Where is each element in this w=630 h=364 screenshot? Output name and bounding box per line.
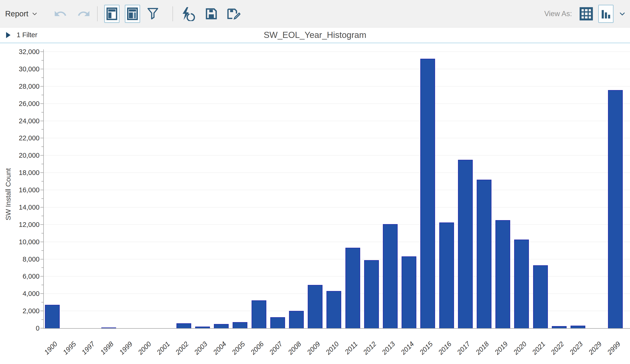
- x-tick-label: 2003: [193, 340, 209, 356]
- histogram-bar[interactable]: [552, 326, 566, 328]
- x-tick-label: 1995: [62, 340, 78, 356]
- x-tick-label: 1997: [80, 340, 96, 356]
- x-tick-label: 2007: [268, 340, 284, 356]
- y-minor-tick: [42, 285, 43, 285]
- x-tick-label: 2021: [531, 340, 547, 356]
- view-as-chevron-down-icon[interactable]: [619, 10, 626, 17]
- refresh-data-icon[interactable]: [180, 6, 195, 21]
- y-minor-tick: [42, 267, 43, 268]
- filter-bar: 1 Filter SW_EOL_Year_Histogram: [0, 28, 630, 43]
- histogram-bar[interactable]: [232, 322, 247, 328]
- y-major-tick: [40, 311, 43, 311]
- y-minor-tick: [42, 198, 43, 199]
- x-tick-label: 2008: [287, 340, 303, 356]
- histogram-bar[interactable]: [533, 265, 548, 328]
- redo-button[interactable]: [77, 7, 90, 20]
- save-button[interactable]: [205, 8, 218, 20]
- y-gridline: [43, 242, 630, 242]
- x-tick-label: 2019: [493, 340, 509, 356]
- y-minor-tick: [42, 129, 43, 130]
- y-gridline: [43, 207, 630, 208]
- y-tick-label: 8,000: [0, 255, 40, 263]
- histogram-bar[interactable]: [458, 160, 473, 328]
- y-minor-tick: [42, 250, 43, 251]
- histogram-bar[interactable]: [326, 291, 341, 328]
- view-as-chart-button[interactable]: [598, 5, 614, 23]
- y-tick-label: 14,000: [0, 203, 40, 211]
- y-major-tick: [40, 69, 43, 69]
- x-tick-label: 2001: [156, 340, 172, 356]
- y-minor-tick: [42, 181, 43, 182]
- x-tick-label: 1998: [99, 340, 115, 356]
- y-tick-label: 32,000: [0, 48, 40, 56]
- histogram-bar[interactable]: [308, 285, 322, 328]
- y-tick-label: 30,000: [0, 65, 40, 73]
- y-major-tick: [40, 51, 43, 52]
- histogram-bar[interactable]: [496, 220, 510, 328]
- y-tick-label: 18,000: [0, 169, 40, 177]
- histogram-bar[interactable]: [439, 222, 454, 328]
- page-title: SW_EOL_Year_Histogram: [0, 30, 630, 40]
- histogram-bar[interactable]: [570, 326, 585, 328]
- histogram-bar[interactable]: [252, 300, 266, 328]
- y-tick-label: 26,000: [0, 100, 40, 107]
- histogram-bar[interactable]: [45, 305, 60, 328]
- view-as-label: View As:: [544, 9, 572, 18]
- histogram-bar[interactable]: [420, 59, 435, 328]
- histogram-chart: SW Install Count SW EOL Year (calc.) 02,…: [0, 44, 630, 364]
- undo-button[interactable]: [54, 7, 67, 20]
- toggle-left-panel-button[interactable]: [104, 5, 120, 23]
- y-major-tick: [40, 276, 43, 277]
- y-tick-label: 24,000: [0, 117, 40, 125]
- x-tick-label: 2013: [380, 340, 397, 356]
- histogram-bar[interactable]: [514, 240, 529, 328]
- histogram-bar[interactable]: [289, 311, 304, 328]
- layout-filled-panel-icon: [127, 7, 138, 20]
- x-tick-label: 2029: [587, 340, 603, 356]
- x-tick-label: 2011: [343, 340, 359, 356]
- y-gridline: [43, 190, 630, 190]
- histogram-bar[interactable]: [364, 260, 379, 328]
- x-tick-label: 2999: [606, 340, 622, 356]
- save-as-button[interactable]: [227, 8, 240, 20]
- y-major-tick: [40, 155, 43, 156]
- histogram-bar[interactable]: [195, 327, 210, 328]
- report-menu-label: Report: [5, 9, 28, 18]
- y-minor-tick: [42, 319, 43, 320]
- x-tick-label: 2014: [399, 340, 416, 356]
- histogram-bar[interactable]: [383, 224, 398, 328]
- histogram-bar[interactable]: [402, 256, 416, 328]
- y-gridline: [43, 121, 630, 121]
- y-minor-tick: [42, 60, 43, 61]
- histogram-bar[interactable]: [270, 317, 285, 328]
- x-tick-label: 2012: [362, 340, 378, 356]
- y-minor-tick: [42, 77, 43, 78]
- y-tick-label: 4,000: [0, 290, 40, 298]
- histogram-bar[interactable]: [214, 324, 229, 328]
- x-tick-label: 2004: [212, 340, 228, 356]
- y-tick-label: 6,000: [0, 273, 40, 280]
- view-as-table-button[interactable]: [580, 7, 593, 20]
- y-minor-tick: [42, 95, 43, 95]
- y-minor-tick: [42, 302, 43, 303]
- x-tick-label: 2010: [324, 340, 340, 356]
- layout-left-panel-icon: [106, 7, 117, 20]
- histogram-bar[interactable]: [101, 328, 116, 328]
- y-axis-line: [43, 49, 44, 328]
- x-tick-label: 2017: [456, 340, 472, 356]
- histogram-bar[interactable]: [477, 180, 492, 328]
- histogram-bar[interactable]: [346, 248, 360, 328]
- report-menu-button[interactable]: Report: [5, 9, 38, 18]
- toolbar-separator: [172, 6, 173, 21]
- x-tick-label: 1900: [43, 340, 59, 356]
- histogram-bar[interactable]: [176, 323, 191, 328]
- x-tick-label: 2009: [306, 340, 322, 356]
- y-tick-label: 22,000: [0, 134, 40, 142]
- y-tick-label: 12,000: [0, 221, 40, 228]
- x-tick-label: 2002: [174, 340, 190, 356]
- toggle-right-panel-button[interactable]: [125, 5, 140, 23]
- y-major-tick: [40, 86, 43, 86]
- y-minor-tick: [42, 216, 43, 216]
- histogram-bar[interactable]: [608, 90, 623, 328]
- filter-button[interactable]: [147, 7, 159, 20]
